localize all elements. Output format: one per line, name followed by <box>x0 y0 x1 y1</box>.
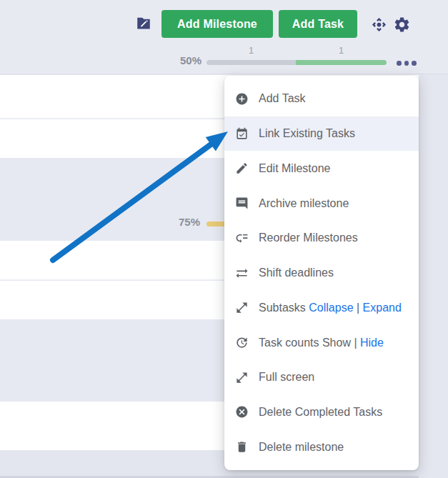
menu-item-text: Delete milestone <box>259 441 344 453</box>
menu-item-delete-completed-tasks[interactable]: Delete Completed Tasks <box>224 395 419 430</box>
ellipsis-dot <box>412 61 417 66</box>
add-circle-icon <box>234 91 249 106</box>
menu-item-label: Subtasks Collapse | Expand <box>259 302 402 314</box>
menu-item-delete-milestone[interactable]: Delete milestone <box>224 429 419 464</box>
move-board-button[interactable] <box>371 16 387 33</box>
add-milestone-button[interactable]: Add Milestone <box>161 10 273 38</box>
menu-item-label: Full screen <box>259 371 314 384</box>
menu-item-text: Link Existing Tasks <box>259 127 355 139</box>
menu-item-text: Shift deadlines <box>259 267 334 279</box>
menu-item-shift-deadlines[interactable]: Shift deadlines <box>224 256 419 291</box>
menu-item-label: Shift deadlines <box>259 267 334 279</box>
ellipsis-dot <box>404 61 409 66</box>
menu-item-label: Add Task <box>259 92 306 105</box>
menu-item-text: Delete Completed Tasks <box>259 406 382 418</box>
add-task-button[interactable]: Add Task <box>279 10 357 38</box>
add-task-label: Add Task <box>292 18 344 31</box>
menu-item-text: Full screen <box>259 371 314 383</box>
menu-item-archive-milestone[interactable]: Archive milestone <box>224 186 419 221</box>
trash-icon <box>234 440 249 454</box>
folder-pencil-icon <box>136 16 151 31</box>
milestone-menu-button[interactable] <box>397 61 417 66</box>
menu-item-label: Task counts Show | Hide <box>259 337 384 349</box>
ellipsis-dot <box>397 61 402 66</box>
task-percent-label: 75% <box>169 216 200 228</box>
milestone-percent-label: 50% <box>170 54 201 66</box>
milestone-progress-bar <box>206 60 387 65</box>
menu-item-text: | <box>354 302 363 314</box>
cancel-circle-icon <box>234 405 249 419</box>
menu-item-text: Add Task <box>259 92 306 104</box>
sync-alt-icon <box>234 266 249 280</box>
calendar-check-icon <box>234 126 249 141</box>
menu-item-label: Link Existing Tasks <box>259 127 355 140</box>
progress-segment-open <box>206 60 296 65</box>
menu-item-label: Reorder Milestones <box>259 231 358 244</box>
menu-item-full-screen[interactable]: Full screen <box>224 360 419 395</box>
add-milestone-label: Add Milestone <box>177 18 257 31</box>
menu-item-text: Archive milestone <box>259 197 349 209</box>
menu-item-label: Delete Completed Tasks <box>259 406 382 419</box>
hide-link[interactable]: Hide <box>360 337 384 349</box>
update-clock-icon <box>234 336 249 350</box>
menu-item-text: Reorder Milestones <box>259 231 358 244</box>
comment-icon <box>234 196 249 211</box>
menu-item-text: Task counts Show | <box>259 337 360 349</box>
menu-item-text: Edit Milestone <box>259 162 331 174</box>
low-priority-icon <box>234 231 249 245</box>
menu-item-subtasks-collapse-expand[interactable]: Subtasks Collapse | Expand <box>224 290 419 325</box>
settings-button[interactable] <box>393 16 411 34</box>
edit-folder-button[interactable] <box>136 16 151 31</box>
pencil-icon <box>234 161 249 176</box>
menu-item-text: Subtasks <box>259 302 309 314</box>
menu-item-task-counts-show-hide[interactable]: Task counts Show | Hide <box>224 325 419 360</box>
milestone-board: Add Milestone Add Task 50% 1 1 75% Add T… <box>0 0 448 478</box>
menu-item-label: Archive milestone <box>259 197 349 210</box>
gear-icon <box>393 16 411 34</box>
expand-link[interactable]: Expand <box>363 302 402 314</box>
menu-item-label: Edit Milestone <box>259 162 331 175</box>
menu-item-edit-milestone[interactable]: Edit Milestone <box>224 151 419 186</box>
menu-item-add-task[interactable]: Add Task <box>224 81 419 116</box>
move-crosshair-icon <box>371 16 387 33</box>
progress-segment-done <box>296 60 387 65</box>
menu-item-reorder-milestones[interactable]: Reorder Milestones <box>224 221 419 256</box>
open-task-count: 1 <box>206 45 296 56</box>
collapse-link[interactable]: Collapse <box>309 302 353 314</box>
open-in-full-icon <box>234 370 249 384</box>
done-task-count: 1 <box>296 45 387 56</box>
right-panel-background <box>419 74 448 478</box>
open-in-full-icon <box>234 301 249 315</box>
menu-item-label: Delete milestone <box>259 441 344 454</box>
context-menu: Add TaskLink Existing TasksEdit Mileston… <box>224 76 419 470</box>
menu-item-link-existing-tasks[interactable]: Link Existing Tasks <box>224 116 419 151</box>
